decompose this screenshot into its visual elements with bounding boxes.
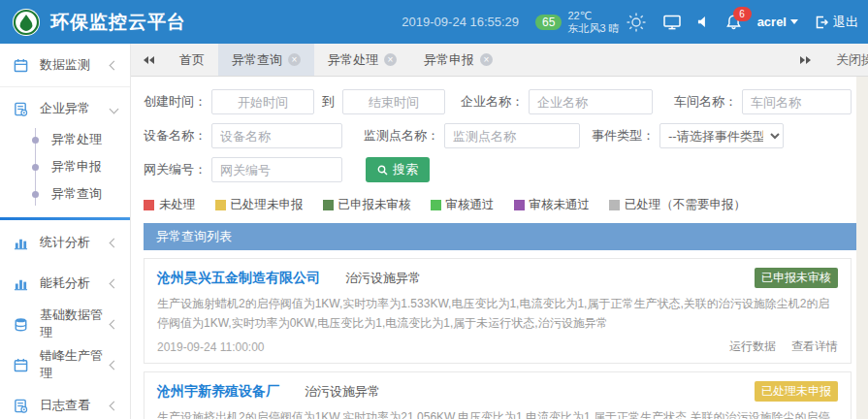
main-area: 首页 异常查询 异常处理 异常申报 关闭操作: [131, 44, 868, 419]
event-type-label: 事件类型：: [592, 127, 655, 145]
chevron-down-icon: [790, 19, 798, 24]
speaker-icon[interactable]: [697, 16, 710, 28]
end-time-input[interactable]: [342, 89, 445, 114]
sidebar-item-peak-production[interactable]: 错峰生产管理: [0, 344, 130, 385]
dot-icon: [32, 191, 39, 198]
sidebar-item-exception-query[interactable]: 异常查询: [0, 180, 130, 208]
search-icon: [377, 165, 388, 176]
tab-bar-right: 关闭操作: [788, 44, 868, 76]
active-section-indicator: [0, 217, 130, 220]
tab-exception-declare[interactable]: 异常申报: [410, 44, 506, 76]
scroll-tabs-left-icon[interactable]: [131, 44, 166, 76]
calendar-icon: [14, 358, 29, 372]
tab-exception-query[interactable]: 异常查询: [218, 44, 314, 76]
filter-row-2: 设备名称： 监测点名称： 事件类型： --请选择事件类型--: [131, 122, 856, 149]
device-name-label: 设备名称：: [144, 127, 207, 145]
filter-row-3: 网关编号： 搜索: [131, 156, 856, 183]
close-tab-icon[interactable]: [480, 53, 493, 66]
company-name-label: 企业名称：: [461, 93, 524, 111]
app-window: 环保监控云平台 2019-09-24 16:55:29 65 22℃ 东北风3 …: [0, 0, 868, 419]
bar-chart-icon: [14, 236, 29, 250]
app-logo-icon: [12, 8, 41, 37]
status-badge: 已申报未审核: [755, 268, 838, 288]
sun-icon: [626, 12, 647, 33]
tab-exception-handle[interactable]: 异常处理: [314, 44, 410, 76]
content-panel: 创建时间： 到 企业名称： 车间名称： 设备名称： 监测点名称： 事件类型：: [131, 77, 856, 419]
monitor-point-input[interactable]: [444, 123, 580, 148]
event-type-select[interactable]: --请选择事件类型--: [659, 123, 784, 148]
create-time-label: 创建时间：: [144, 93, 207, 111]
view-detail-link[interactable]: 查看详情: [791, 338, 838, 355]
database-icon: [14, 317, 29, 332]
sidebar: 数据监测 企业异常 异常处理 异常申报: [0, 44, 131, 419]
tab-home[interactable]: 首页: [166, 44, 218, 76]
sidebar-item-exception-handle[interactable]: 异常处理: [0, 126, 130, 153]
exception-list-item: 沧州昊兴五金制造有限公司 治污设施异常 已申报未审核 生产设施射蜡机2的启停阀值…: [144, 258, 852, 364]
aqi-badge: 65: [535, 15, 562, 30]
username-label: acrel: [757, 15, 787, 29]
filter-row-1: 创建时间： 到 企业名称： 车间名称：: [131, 88, 856, 115]
sidebar-submenu: 异常处理 异常申报 异常查询: [0, 126, 130, 213]
chevron-left-icon: [110, 319, 119, 329]
workshop-name-label: 车间名称：: [674, 93, 737, 111]
status-swatch: [431, 200, 441, 210]
legend-item: 已处理（不需要申报）: [609, 197, 746, 213]
dot-icon: [32, 137, 39, 144]
weather-text: 22℃ 东北风3 晴: [567, 10, 619, 35]
status-swatch: [514, 200, 525, 210]
monitor-icon[interactable]: [663, 15, 681, 30]
scroll-tabs-right-icon[interactable]: [788, 56, 822, 64]
company-link[interactable]: 沧州昊兴五金制造有限公司: [157, 270, 320, 287]
monitor-point-label: 监测点名称：: [364, 127, 439, 145]
dot-icon: [32, 164, 39, 171]
calendar-icon: [14, 58, 29, 73]
exception-description: 生产设施挤出机2的启停阀值为1KW,实时功率为21.056KW,电压变比为1,电…: [157, 407, 838, 419]
sidebar-item-data-monitoring[interactable]: 数据监测: [0, 44, 130, 86]
sidebar-item-exception-declare[interactable]: 异常申报: [0, 153, 130, 180]
gateway-number-label: 网关编号：: [144, 161, 207, 178]
notifications-button[interactable]: 6: [726, 15, 741, 30]
sidebar-item-base-data[interactable]: 基础数据管理: [0, 304, 130, 344]
start-time-input[interactable]: [211, 89, 314, 114]
company-link[interactable]: 沧州宇新养殖设备厂: [157, 383, 279, 401]
legend-item: 已申报未审核: [323, 197, 411, 213]
chevron-left-icon: [110, 360, 119, 370]
exception-time: 2019-09-24 11:00:00: [157, 340, 265, 354]
chevron-left-icon: [110, 401, 119, 410]
event-type-text: 治污设施异常: [345, 270, 421, 287]
gateway-number-input[interactable]: [211, 157, 342, 182]
document-icon: [14, 102, 29, 116]
company-name-input[interactable]: [529, 89, 653, 114]
status-swatch: [144, 200, 154, 210]
logout-button[interactable]: 退出: [815, 14, 858, 31]
exception-list-item: 沧州宇新养殖设备厂 治污设施异常 已处理未申报 生产设施挤出机2的启停阀值为1K…: [144, 371, 852, 419]
header-right: 2019-09-24 16:55:29 65 22℃ 东北风3 晴: [402, 10, 858, 35]
sidebar-item-energy-analysis[interactable]: 能耗分析: [0, 263, 130, 304]
legend-item: 审核通过: [431, 197, 495, 213]
temperature-label: 22℃: [567, 10, 619, 22]
search-button[interactable]: 搜索: [366, 157, 430, 182]
sidebar-item-enterprise-exception[interactable]: 企业异常: [0, 87, 130, 130]
user-menu[interactable]: acrel: [757, 15, 798, 29]
close-tab-icon[interactable]: [384, 53, 397, 66]
bar-chart-icon: [14, 276, 29, 291]
status-badge: 已处理未申报: [755, 381, 838, 402]
event-type-text: 治污设施异常: [305, 383, 380, 401]
chevron-down-icon: [110, 104, 119, 113]
run-data-link[interactable]: 运行数据: [729, 338, 776, 355]
card-head: 沧州宇新养殖设备厂 治污设施异常 已处理未申报: [157, 381, 838, 402]
notification-count-badge: 6: [733, 7, 752, 21]
exception-description: 生产设施射蜡机2的启停阀值为1KW,实时功率为1.533KW,电压变比为1,电流…: [157, 294, 838, 333]
sidebar-item-statistics[interactable]: 统计分析: [0, 222, 130, 263]
weather-widget: 65 22℃ 东北风3 晴: [535, 10, 647, 35]
list-title-bar: 异常查询列表: [144, 223, 856, 250]
header-datetime: 2019-09-24 16:55:29: [402, 15, 519, 29]
sidebar-item-log-view[interactable]: 日志查看: [0, 385, 130, 419]
logout-icon: [815, 16, 828, 29]
workshop-name-input[interactable]: [742, 89, 852, 114]
close-operations-menu[interactable]: 关闭操作: [836, 51, 868, 69]
device-name-input[interactable]: [211, 123, 342, 148]
close-tab-icon[interactable]: [288, 53, 301, 66]
legend-item: 未处理: [144, 197, 196, 213]
status-swatch: [609, 200, 620, 210]
